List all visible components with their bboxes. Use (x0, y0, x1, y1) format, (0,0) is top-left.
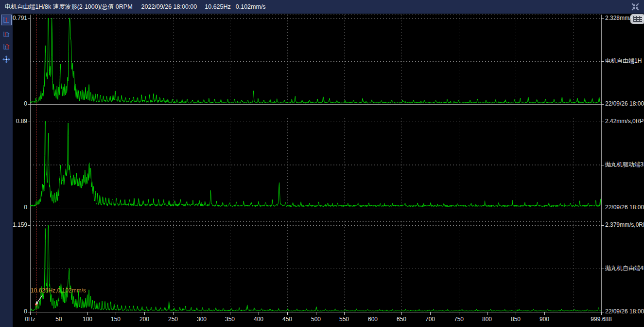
axis-tick (59, 312, 59, 315)
plot-baseline (30, 208, 601, 208)
x-axis-tick-label: 999.688 (590, 316, 612, 323)
axis-tick (601, 18, 604, 19)
x-axis-tick-label: 500 (305, 316, 327, 323)
x-axis-tick-label: 200 (133, 316, 156, 323)
right-time-label: 22/09/26 18:00:00 (605, 204, 644, 211)
axis-tick (259, 312, 259, 315)
axis-tick (202, 312, 202, 315)
axis-tick (601, 208, 604, 208)
axis-tick (601, 104, 604, 105)
x-axis-tick-label: 150 (104, 316, 127, 323)
axis-tick (487, 312, 487, 315)
right-channel-label: 抛丸机驱动端3H (605, 161, 644, 168)
x-axis-tick-label: 750 (448, 316, 470, 323)
cursor-frequency-readout: 10.625Hz (205, 3, 231, 10)
axis-tick (116, 312, 116, 315)
axis-tick (230, 312, 230, 315)
sideband-cursor-spectrum-icon[interactable] (1, 41, 12, 52)
cursor-amplitude-readout: 0.102mm/s (236, 3, 266, 10)
axis-tick (401, 312, 402, 315)
axis-tick (373, 312, 373, 315)
x-axis-tick-label: 250 (162, 316, 184, 323)
axis-tick (287, 312, 288, 315)
x-axis-tick-label: 800 (476, 316, 498, 323)
spectrum-analyzer-window: 0.79102.328mm/s,0RPM电机自由端1H22/09/26 18:0… (0, 0, 644, 327)
x-axis-tick-label: 50 (48, 316, 70, 323)
plot-right-border (601, 15, 602, 312)
pan-move-icon[interactable] (1, 54, 12, 65)
x-axis-tick-label: 700 (419, 316, 441, 323)
axis-tick (601, 165, 604, 165)
x-axis-tick-label: 900 (533, 316, 556, 323)
axis-tick (28, 122, 30, 122)
axis-tick (28, 208, 30, 208)
axis-tick (601, 225, 604, 226)
axis-tick (544, 312, 545, 315)
x-axis-tick-label: 450 (276, 316, 298, 323)
measurement-title: 电机自由端1H/8k 速度波形(2-1000)/总值 0RPM (5, 3, 133, 11)
axis-tick (516, 312, 516, 315)
axis-tick (316, 312, 316, 315)
spectrum-plot-canvas-2[interactable] (30, 118, 601, 208)
spectrum-plot-canvas-3[interactable] (30, 221, 601, 312)
x-axis-tick-label: 350 (219, 316, 241, 323)
axis-tick (144, 312, 145, 315)
axis-tick (87, 312, 88, 315)
x-axis-tick-label: 550 (333, 316, 355, 323)
collapse-arrows-icon[interactable] (630, 2, 640, 12)
right-peak-label: 2.379mm/s,0RPM (605, 221, 644, 229)
axis-tick (30, 312, 31, 315)
x-axis-tick-label: 300 (191, 316, 213, 323)
annotation-arrow-icon (35, 294, 46, 306)
title-bar: 电机自由端1H/8k 速度波形(2-1000)/总值 0RPM 2022/09/… (0, 0, 644, 14)
axis-tick (601, 61, 604, 62)
x-axis-tick-label: 0Hz (19, 316, 41, 323)
axis-tick (601, 312, 602, 315)
cursor-annotation: 10.625Hz,0.102mm/s (31, 287, 86, 294)
right-peak-label: 2.42mm/s,0RPM (605, 118, 644, 125)
axis-tick (430, 312, 431, 315)
measure-panel-button[interactable] (630, 14, 644, 24)
x-axis-tick-label: 600 (362, 316, 384, 323)
x-axis-tick-label: 100 (76, 316, 99, 323)
axis-tick (459, 312, 459, 315)
harmonic-cursor-spectrum-icon[interactable] (1, 29, 12, 39)
axis-tick (173, 312, 174, 315)
x-axis-tick-label: 400 (247, 316, 270, 323)
right-channel-label: 电机自由端1H (605, 57, 642, 65)
x-axis-tick-label: 850 (505, 316, 527, 323)
axis-tick (601, 122, 604, 122)
axis-tick (28, 225, 30, 226)
single-cursor-spectrum-icon[interactable] (1, 15, 12, 25)
axis-tick (344, 312, 345, 315)
x-axis-tick-label: 650 (390, 316, 413, 323)
axis-tick (28, 104, 30, 105)
measurement-datetime: 2022/09/26 18:00:00 (141, 3, 197, 10)
axis-tick (601, 269, 604, 269)
plot-baseline (30, 104, 601, 105)
right-time-label: 22/09/26 18:00:00 (605, 100, 644, 108)
right-time-label: 22/09/26 18:00:00 (605, 308, 644, 315)
spectrum-plot-canvas-1[interactable] (30, 15, 601, 104)
tool-sidebar (0, 14, 13, 327)
right-channel-label: 抛丸机自由端4H (605, 265, 644, 272)
axis-tick (28, 18, 30, 19)
measure-panel-icon (633, 16, 642, 22)
